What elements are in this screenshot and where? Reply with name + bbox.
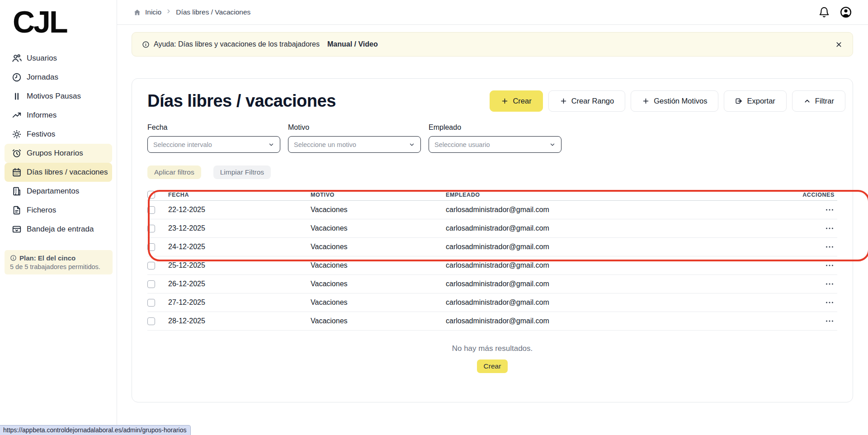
- filter-button[interactable]: Filtrar: [792, 90, 845, 112]
- apply-filters-button[interactable]: Aplicar filtros: [147, 165, 201, 179]
- help-banner-links[interactable]: Manual / Video: [327, 40, 378, 48]
- breadcrumb-separator: [165, 8, 172, 16]
- row-checkbox[interactable]: [147, 262, 155, 270]
- header-fecha: FECHA: [168, 192, 311, 198]
- ellipsis-icon: [825, 223, 835, 233]
- file-icon: [12, 205, 22, 215]
- row-checkbox[interactable]: [147, 225, 155, 232]
- chevron-down-icon: [409, 142, 415, 148]
- chevron-down-icon: [549, 142, 556, 148]
- create-button-label: Crear: [513, 97, 531, 105]
- sidebar-item-bandeja[interactable]: Bandeja de entrada: [5, 220, 112, 239]
- row-actions-button[interactable]: [788, 242, 837, 252]
- create-button[interactable]: Crear: [490, 90, 542, 112]
- row-checkbox[interactable]: [147, 317, 155, 325]
- export-icon: [735, 97, 743, 105]
- topbar: Inicio Días libres / Vacaciones: [117, 0, 868, 25]
- cell-fecha: 27-12-2025: [168, 298, 311, 307]
- create-range-button[interactable]: Crear Rango: [548, 90, 625, 112]
- select-all-checkbox[interactable]: [147, 191, 155, 199]
- row-actions-button[interactable]: [788, 223, 837, 233]
- cell-motivo: Vacaciones: [311, 224, 446, 232]
- cell-fecha: 25-12-2025: [168, 261, 311, 270]
- clear-filters-button[interactable]: Limpiar Filtros: [213, 165, 271, 179]
- sidebar-item-ficheros[interactable]: Ficheros: [5, 201, 112, 220]
- plan-subtitle: 5 de 5 trabajadores permitidos.: [10, 263, 107, 270]
- breadcrumb-home[interactable]: Inicio: [145, 8, 161, 16]
- table-row: 22-12-2025 Vacaciones carlosadministrado…: [147, 201, 837, 219]
- row-actions-button[interactable]: [788, 260, 837, 270]
- calendar-icon: [12, 167, 22, 177]
- sidebar-item-dias-libres[interactable]: Días libres / vacaciones: [5, 163, 112, 182]
- ellipsis-icon: [825, 205, 835, 215]
- info-icon: [10, 255, 17, 261]
- cell-empleado: carlosadministrador@gmail.com: [446, 317, 788, 325]
- manage-reasons-button-label: Gestión Motivos: [654, 97, 707, 105]
- no-more-results-text: No hay más resultados.: [452, 344, 533, 353]
- table-row: 23-12-2025 Vacaciones carlosadministrado…: [147, 219, 837, 238]
- cell-empleado: carlosadministrador@gmail.com: [446, 224, 788, 232]
- row-checkbox[interactable]: [147, 280, 155, 288]
- card-header: Días libres / vacaciones Crear Crear Ran…: [132, 79, 853, 112]
- clock-icon: [12, 72, 22, 82]
- row-actions-button[interactable]: [788, 205, 837, 215]
- ellipsis-icon: [825, 242, 835, 252]
- building-icon: [12, 186, 22, 196]
- cell-fecha: 28-12-2025: [168, 317, 311, 325]
- breadcrumb-current: Días libres / Vacaciones: [176, 8, 250, 16]
- sidebar-item-festivos[interactable]: Festivos: [5, 125, 112, 144]
- table-row: 26-12-2025 Vacaciones carlosadministrado…: [147, 275, 837, 293]
- sidebar-item-label: Motivos Pausas: [27, 92, 81, 101]
- page: CJL Usuarios Jornadas Motivos Pausas Inf…: [0, 0, 868, 435]
- cell-fecha: 26-12-2025: [168, 280, 311, 288]
- cell-fecha: 22-12-2025: [168, 206, 311, 214]
- header-acciones: ACCIONES: [788, 192, 837, 198]
- filter-motivo: Motivo Seleccione un motivo: [288, 123, 421, 153]
- row-actions-button[interactable]: [788, 298, 837, 307]
- filter-button-label: Filtrar: [815, 97, 834, 105]
- filter-motivo-select[interactable]: Seleccione un motivo: [288, 136, 421, 153]
- plus-icon: [642, 97, 650, 105]
- sidebar-item-grupos-horarios[interactable]: Grupos Horarios: [5, 144, 112, 163]
- sidebar-item-label: Festivos: [27, 130, 55, 139]
- header-motivo: MOTIVO: [311, 192, 446, 198]
- filter-empleado-select[interactable]: Seleccione usuario: [429, 136, 561, 153]
- filter-buttons-row: Aplicar filtros Limpiar Filtros: [132, 153, 853, 179]
- export-button-label: Exportar: [747, 97, 775, 105]
- sidebar-item-usuarios[interactable]: Usuarios: [5, 49, 112, 68]
- cell-motivo: Vacaciones: [311, 206, 446, 214]
- row-checkbox[interactable]: [147, 243, 155, 251]
- sidebar-item-jornadas[interactable]: Jornadas: [5, 68, 112, 87]
- sidebar-item-motivos-pausas[interactable]: Motivos Pausas: [5, 87, 112, 106]
- cell-fecha: 23-12-2025: [168, 224, 311, 232]
- row-checkbox[interactable]: [147, 299, 155, 307]
- chevron-right-icon: [165, 8, 172, 14]
- cell-empleado: carlosadministrador@gmail.com: [446, 243, 788, 251]
- sidebar-item-departamentos[interactable]: Departamentos: [5, 182, 112, 201]
- filter-fecha-select[interactable]: Seleccione intervalo: [147, 136, 280, 153]
- row-checkbox[interactable]: [147, 206, 155, 214]
- row-actions-button[interactable]: [788, 316, 837, 326]
- help-banner-close-button[interactable]: [835, 41, 843, 48]
- help-banner: Ayuda: Días libres y vacaciones de los t…: [132, 32, 853, 57]
- sidebar-item-informes[interactable]: Informes: [5, 106, 112, 125]
- filters-section: Fecha Seleccione intervalo Motivo Selecc…: [132, 112, 853, 153]
- ellipsis-icon: [825, 298, 835, 307]
- table-row: 24-12-2025 Vacaciones carlosadministrado…: [147, 238, 837, 256]
- cell-fecha: 24-12-2025: [168, 243, 311, 251]
- footer-create-button[interactable]: Crear: [477, 359, 508, 373]
- table-row: 28-12-2025 Vacaciones carlosadministrado…: [147, 312, 837, 331]
- ellipsis-icon: [825, 260, 835, 270]
- manage-reasons-button[interactable]: Gestión Motivos: [631, 90, 718, 112]
- user-avatar-icon[interactable]: [840, 6, 852, 18]
- table-header-row: FECHA MOTIVO EMPLEADO ACCIONES: [147, 189, 837, 201]
- export-button[interactable]: Exportar: [724, 90, 786, 112]
- browser-status-url: https://appbeta.controldejornadalaboral.…: [0, 425, 191, 435]
- bell-icon[interactable]: [818, 6, 830, 18]
- app-logo: CJL: [0, 0, 117, 37]
- topbar-icons: [818, 6, 852, 18]
- cell-empleado: carlosadministrador@gmail.com: [446, 206, 788, 214]
- header-empleado: EMPLEADO: [446, 192, 788, 198]
- create-range-button-label: Crear Rango: [571, 97, 614, 105]
- row-actions-button[interactable]: [788, 279, 837, 289]
